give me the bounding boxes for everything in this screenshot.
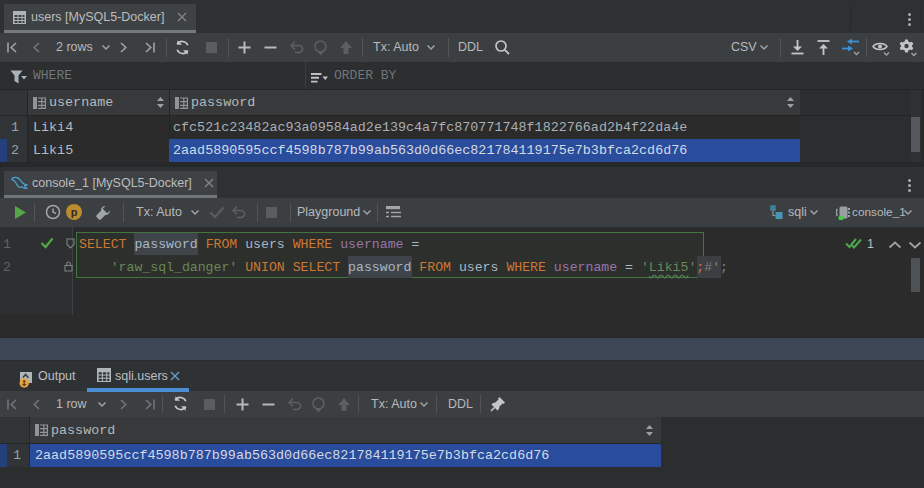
svg-text:p: p — [71, 206, 78, 218]
